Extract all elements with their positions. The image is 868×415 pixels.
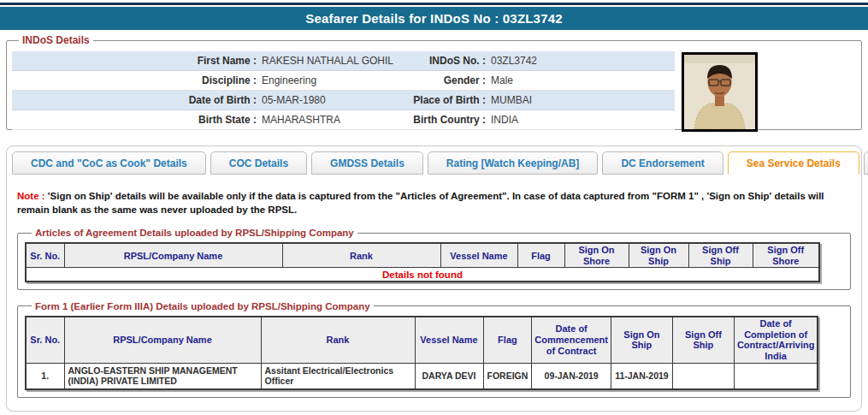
col-sr-no: Sr. No. [26,243,64,268]
form1-data-row: 1. ANGLO-EASTERN SHIP MANAGEMENT (INDIA)… [26,363,818,389]
col-flag: Flag [517,243,564,268]
birth-country-label: Birth Country : [409,114,491,126]
page-top-rule [0,3,868,5]
note-text: 'Sign on Ship' details will be available… [17,191,824,215]
indos-details-section: INDoS Details First Name : RAKESH NATHAL… [6,34,862,130]
seafarer-tab-panel: CDC and "CoC as Cook" Details COC Detail… [6,145,862,412]
col-company: RPSL/Company Name [64,317,261,363]
tab-strip: CDC and "CoC as Cook" Details COC Detail… [7,146,861,175]
col-sign-off-ship: Sign Off Ship [688,243,753,268]
articles-header-row: Sr. No. RPSL/Company Name Rank Vessel Na… [26,243,819,268]
seafarer-photo [682,52,758,132]
col-company: RPSL/Company Name [64,243,282,268]
col-sign-on-ship: Sign On Ship [611,317,672,363]
col-vessel: Vessel Name [415,317,483,363]
form1-section: Form 1 (Earlier Form IIIA) Details uploa… [17,301,851,398]
cell-sign-on-ship: 11-JAN-2019 [611,363,672,389]
discipline-value: Engineering [262,74,409,86]
col-commencement-date: Date of Commencement of Contract [532,317,611,363]
birth-state-value: MAHARASHTRA [262,114,409,126]
articles-table: Sr. No. RPSL/Company Name Rank Vessel Na… [25,242,820,282]
col-sr-no: Sr. No. [26,317,64,363]
indos-no-value: 03ZL3742 [491,55,675,67]
place-of-birth-value: MUMBAI [491,94,675,106]
birth-state-label: Birth State : [12,114,262,126]
tab-coc-details[interactable]: COC Details [210,151,307,175]
tab-training-details[interactable]: Training Details [864,151,868,175]
col-vessel: Vessel Name [440,243,517,268]
place-of-birth-label: Place of Birth : [409,94,491,106]
indos-row-name: First Name : RAKESH NATHALAL GOHIL INDoS… [12,51,675,71]
articles-of-agreement-section: Articles of Agreement Details uploaded b… [17,228,851,290]
indos-row-discipline: Discipline : Engineering Gender : Male [12,71,675,91]
first-name-value: RAKESH NATHALAL GOHIL [262,55,409,67]
sign-on-ship-note: Note : 'Sign on Ship' details will be av… [17,189,851,216]
cell-vessel: DARYA DEVI [415,363,483,389]
form1-table: Sr. No. RPSL/Company Name Rank Vessel Na… [25,316,818,390]
col-sign-on-shore: Sign On Shore [564,243,629,268]
col-flag: Flag [483,317,532,363]
note-prefix: Note : [17,191,48,201]
indos-details-legend: INDoS Details [19,34,93,46]
articles-legend: Articles of Agreement Details uploaded b… [32,228,357,238]
details-not-found-message: Details not found [26,268,819,282]
indos-row-state: Birth State : MAHARASHTRA Birth Country … [12,110,675,130]
cell-company: ANGLO-EASTERN SHIP MANAGEMENT (INDIA) PR… [64,363,261,389]
form1-legend: Form 1 (Earlier Form IIIA) Details uploa… [32,301,374,311]
col-sign-off-ship: Sign Off Ship [672,317,734,363]
indos-no-label: INDoS No. : [409,55,491,67]
gender-value: Male [491,74,675,86]
cell-sr-no: 1. [26,363,64,389]
cell-rank: Assitant Electrical/Electronics Officer [261,363,415,389]
col-completion-date: Date of Completion of Contract/Arriving … [734,317,818,363]
tab-cdc-coc-as-cook-details[interactable]: CDC and "CoC as Cook" Details [12,151,206,175]
articles-empty-row: Details not found [26,268,819,282]
form1-header-row: Sr. No. RPSL/Company Name Rank Vessel Na… [26,317,818,363]
tab-gmdss-details[interactable]: GMDSS Details [311,151,423,175]
col-sign-on-ship: Sign On Ship [629,243,688,268]
first-name-label: First Name : [12,55,262,67]
gender-label: Gender : [409,74,491,86]
tab-sea-service-details[interactable]: Sea Service Details [728,151,859,175]
birth-country-value: INDIA [491,114,675,126]
tab-dc-endorsement[interactable]: DC Endorsement [602,151,723,175]
tab-rating-watch-keeping-ab[interactable]: Rating [Watch Keeping/AB] [428,151,599,175]
cell-commencement-date: 09-JAN-2019 [532,363,611,389]
col-rank: Rank [282,243,440,268]
indos-details-rows: First Name : RAKESH NATHALAL GOHIL INDoS… [12,51,675,130]
page-title: Seafarer Details for INDoS No : 03ZL3742 [0,7,868,30]
discipline-label: Discipline : [12,74,262,86]
dob-value: 05-MAR-1980 [262,94,409,106]
col-sign-off-shore: Sign Off Shore [753,243,819,268]
col-rank: Rank [261,317,415,363]
cell-sign-off-ship [672,363,734,389]
cell-flag: FOREIGN [483,363,532,389]
indos-row-birth: Date of Birth : 05-MAR-1980 Place of Bir… [12,91,675,110]
dob-label: Date of Birth : [12,94,262,106]
cell-completion-date [734,363,818,389]
